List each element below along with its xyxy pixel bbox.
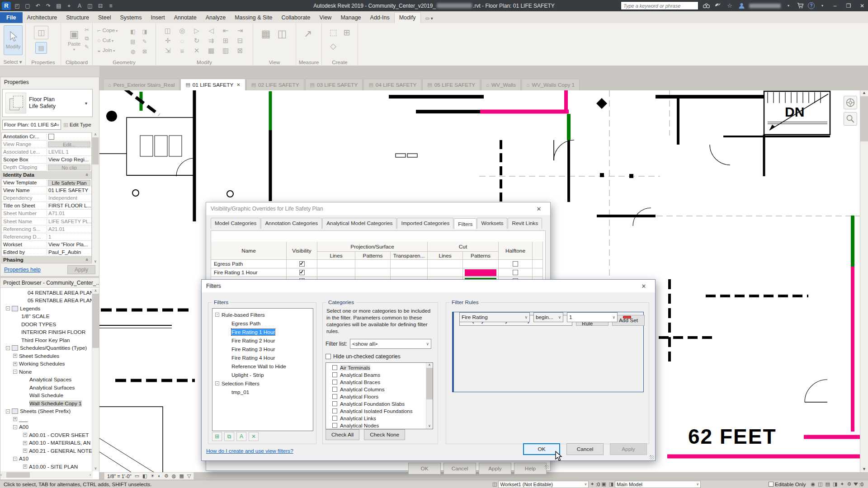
filters-close-icon[interactable]: ✕	[637, 283, 651, 290]
vg-tab[interactable]: Model Categories	[211, 218, 260, 229]
filter-tree-item[interactable]: Uplight - Strip	[212, 371, 313, 379]
geometry-tool-button[interactable]: ○Cut	[97, 36, 118, 45]
clipboard-tool-icon[interactable]: ✎	[85, 44, 89, 50]
property-row[interactable]: Dependency Independent	[2, 194, 91, 202]
modify-tool-icon[interactable]: ⊞	[223, 37, 229, 45]
vg-tab[interactable]: Annotation Categories	[261, 218, 322, 229]
modify-tool-icon[interactable]: ◁	[208, 27, 214, 35]
visibility-checkbox[interactable]	[299, 270, 305, 275]
create-tool-icon[interactable]: ◇	[330, 41, 336, 51]
modify-tool-icon[interactable]: ▷	[194, 27, 199, 35]
qat-tool-icon[interactable]: A	[76, 3, 83, 9]
browser-tree-item[interactable]: INTERIOR FINISH FLOOR	[0, 328, 93, 337]
tree-expander-icon[interactable]: -	[215, 381, 219, 385]
tree-expander-icon[interactable]: -	[13, 425, 17, 429]
qat-tool-icon[interactable]: ▢	[24, 3, 31, 9]
ribbon-tab[interactable]: Manage	[336, 13, 365, 23]
qat-tool-icon[interactable]: ↶	[34, 3, 42, 9]
tree-expander-icon[interactable]: +	[23, 441, 27, 445]
property-row[interactable]: Title on Sheet FIRST FLOOR L...	[2, 202, 91, 210]
browser-tree-item[interactable]: - Sheets (Sheet Prefix)	[0, 408, 93, 416]
worksets-icon[interactable]: ◫	[492, 481, 497, 487]
editing-requests-icon[interactable]: ✦	[590, 481, 594, 487]
modify-tool-icon[interactable]: ⇥	[237, 27, 243, 35]
category-item[interactable]: Analytical Isolated Foundations	[326, 407, 433, 414]
vg-tab[interactable]: Worksets	[477, 218, 507, 229]
modify-tool-icon[interactable]: ⇲	[165, 47, 171, 55]
browser-tree-item[interactable]: + Sheet Schedules	[0, 352, 93, 360]
category-item[interactable]: Analytical Nodes	[326, 422, 433, 429]
paste-button[interactable]: ▣ Paste▾	[66, 25, 83, 54]
rule-operator-combo[interactable]: begin...∨	[533, 312, 563, 322]
category-item[interactable]: Air Terminals	[326, 364, 433, 371]
ribbon-tab[interactable]: Steel	[94, 13, 116, 23]
filter-tree-item[interactable]: Egress Path	[212, 319, 313, 328]
qat-tool-icon[interactable]: ≡	[107, 3, 114, 9]
browser-tree-item[interactable]: + ___	[0, 415, 93, 423]
filter-tree-tool-button[interactable]: A	[236, 432, 246, 441]
browser-tree-item[interactable]: Wall Schedule Copy 1	[0, 399, 93, 408]
view-tab[interactable]: ▤ 01 LIFE SAFETY ✕	[180, 79, 245, 90]
ribbon-tab[interactable]: Systems	[115, 13, 146, 23]
cancel-button[interactable]: Cancel	[566, 443, 604, 455]
help-search-input[interactable]	[621, 1, 698, 10]
filters-help-link[interactable]: How do I create and use view filters?	[206, 448, 293, 454]
view-tab[interactable]: ▤ 03 LIFE SAFETY	[305, 79, 363, 90]
properties-help-link[interactable]: Properties help	[4, 267, 41, 273]
tree-expander-icon[interactable]: -	[215, 313, 219, 317]
col-header-name[interactable]: Name	[211, 242, 287, 260]
ribbon-tab[interactable]: Analyze	[201, 13, 230, 23]
tree-expander-icon[interactable]: -	[6, 409, 10, 413]
view-control-icon[interactable]: ◧	[142, 473, 147, 479]
category-checkbox[interactable]	[332, 416, 337, 421]
browser-vscrollbar[interactable]: ∧∨	[92, 289, 99, 471]
property-row[interactable]: Workset View "Floor Pla...	[2, 241, 91, 249]
selection-filter-icon[interactable]	[854, 483, 858, 486]
tree-expander-icon[interactable]: +	[23, 465, 27, 469]
geometry-extra-icon[interactable]: ✎	[142, 38, 147, 45]
view-tab[interactable]: ⌂ WV_Walls	[481, 79, 521, 90]
browser-tree-item[interactable]: DOOR TYPES	[0, 320, 93, 328]
status-tool-icon[interactable]: ▣	[601, 481, 606, 487]
help-menu-chevron-icon[interactable]: ▾	[818, 2, 826, 10]
tree-expander-icon[interactable]: -	[6, 306, 10, 310]
ribbon-tab-modify[interactable]: Modify	[394, 12, 421, 23]
modify-tool-icon[interactable]: ▦	[208, 47, 214, 55]
modify-tool-icon[interactable]: ◌	[180, 37, 184, 45]
col-header-lines[interactable]: Lines	[317, 252, 355, 260]
property-row[interactable]: Sheet Name LIFE SAFETY PL...	[2, 218, 91, 225]
category-item[interactable]: Analytical Columns	[326, 385, 433, 393]
vg-filter-row[interactable]: Fire Rating 1 Hour	[211, 268, 543, 277]
vg-dialog-button[interactable]: Apply	[479, 463, 511, 474]
filter-tree-tool-button[interactable]: ⧉	[224, 432, 234, 441]
filter-list-combo[interactable]: <show all>∨	[350, 339, 431, 349]
filter-tree-item[interactable]: Reference Wall to Hide	[212, 362, 313, 371]
modify-tool-icon[interactable]: ✕	[194, 47, 200, 55]
view-tab[interactable]: ⌂ Pers_Exterior Stairs_Real	[103, 79, 179, 90]
view-tab[interactable]: ▤ 05 LIFE SAFETY	[422, 79, 480, 90]
view-tab[interactable]: ▤ 02 LIFE SAFETY	[246, 79, 304, 90]
property-row[interactable]: View Template Life Safety Plan	[2, 179, 91, 187]
design-options-icon[interactable]: ◨	[609, 481, 613, 487]
revit-logo-icon[interactable]: R	[2, 2, 11, 10]
property-row[interactable]: Phasing	[2, 256, 91, 263]
browser-tree-item[interactable]: - A00	[0, 423, 93, 432]
type-selector-chevron-icon[interactable]: ▾	[85, 101, 92, 106]
qat-tool-icon[interactable]: ↷	[45, 3, 52, 9]
category-item[interactable]: Analytical Foundation Slabs	[326, 400, 433, 407]
browser-hscrollbar[interactable]: ‹›	[0, 471, 93, 479]
status-right-icon[interactable]: ✦	[840, 481, 844, 487]
modify-tool-icon[interactable]: ⇤	[223, 27, 229, 35]
view-control-icon[interactable]: ◍	[172, 473, 176, 479]
close-view-icon[interactable]: ✕	[236, 82, 240, 87]
cut-pattern-swatch[interactable]	[465, 261, 496, 267]
filter-tree-item[interactable]: Fire Rating 3 Hour	[212, 345, 313, 353]
type-selector[interactable]: Floor Plan Life Safety ▾	[2, 89, 93, 117]
modify-tool-icon[interactable]: ≡	[180, 47, 184, 55]
view-control-icon[interactable]: ◐	[158, 473, 161, 479]
category-item[interactable]: Analytical Braces	[326, 378, 433, 385]
view-control-icon[interactable]: ⚙	[164, 473, 169, 479]
category-item[interactable]: Analytical Floors	[326, 393, 433, 400]
property-row[interactable]: Depth Clipping No clip	[2, 164, 91, 171]
help-icon[interactable]: ?	[808, 2, 815, 9]
